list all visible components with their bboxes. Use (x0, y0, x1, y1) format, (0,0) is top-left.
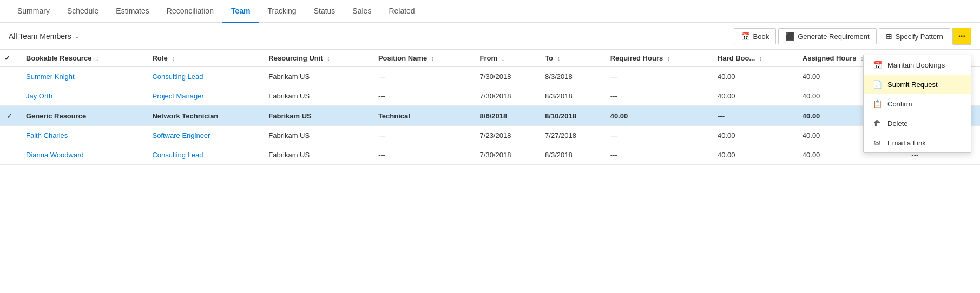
table-row: Jay OrthProject ManagerFabrikam US---7/3… (0, 86, 980, 106)
unit-cell: Fabrikam US (262, 106, 372, 126)
to-cell: 8/10/2018 (538, 106, 604, 126)
col-required-label: Required Hours (610, 54, 663, 62)
required-cell: 40.00 (604, 106, 711, 126)
row-checkbox[interactable] (0, 67, 19, 86)
dropdown-delete[interactable]: 🗑 Delete (864, 114, 971, 133)
col-to[interactable]: To ↕ (538, 50, 604, 67)
dropdown-maintain-bookings[interactable]: 📅 Maintain Bookings (864, 55, 971, 75)
position-cell: Technical (372, 106, 473, 126)
dropdown-submit-request[interactable]: 📄 Submit Request (864, 75, 971, 94)
dropdown-maintain-label: Maintain Bookings (887, 61, 945, 69)
col-to-label: To (545, 54, 553, 62)
col-position-name[interactable]: Position Name ↕ (372, 50, 473, 67)
table-row: ✓Generic ResourceNetwork TechnicianFabri… (0, 106, 980, 126)
resource-cell[interactable]: Dianna Woodward (19, 145, 146, 165)
hardboo-cell: 40.00 (711, 86, 796, 106)
dropdown-email-link[interactable]: ✉ Email a Link (864, 133, 971, 152)
to-cell: 8/3/2018 (538, 145, 604, 165)
tab-estimates[interactable]: Estimates (107, 0, 157, 23)
resource-cell[interactable]: Jay Orth (19, 86, 146, 106)
col-hardboo-label: Hard Boo... (718, 54, 755, 62)
hardboo-cell: 40.00 (711, 145, 796, 165)
dropdown-confirm-label: Confirm (887, 100, 912, 108)
tab-reconciliation[interactable]: Reconciliation (158, 0, 222, 23)
role-cell[interactable]: Consulting Lead (146, 145, 262, 165)
col-resourcing-unit[interactable]: Resourcing Unit ↕ (262, 50, 372, 67)
sort-icon-unit: ↕ (327, 55, 330, 62)
dropdown-menu: 📅 Maintain Bookings 📄 Submit Request 📋 C… (863, 55, 971, 153)
book-label: Book (753, 32, 769, 41)
to-cell: 8/3/2018 (538, 67, 604, 86)
position-cell: --- (372, 126, 473, 145)
generate-icon: ⬛ (785, 32, 794, 41)
sort-icon-role: ↕ (172, 55, 175, 62)
table-container: ✓ Bookable Resource ↕ Role ↕ Resourcing … (0, 50, 980, 165)
required-cell: --- (604, 126, 711, 145)
tab-status[interactable]: Status (305, 0, 344, 23)
table-row: Faith CharlesSoftware EngineerFabrikam U… (0, 126, 980, 145)
unit-cell: Fabrikam US (262, 145, 372, 165)
col-from[interactable]: From ↕ (473, 50, 539, 67)
resource-cell[interactable]: Generic Resource (19, 106, 146, 126)
document-icon: 📄 (872, 80, 882, 89)
calendar-icon: 📅 (872, 61, 882, 69)
specify-label: Specify Pattern (896, 32, 943, 41)
hardboo-cell: 40.00 (711, 126, 796, 145)
from-cell: 7/23/2018 (473, 126, 539, 145)
table-row: Dianna WoodwardConsulting LeadFabrikam U… (0, 145, 980, 165)
col-required-hours[interactable]: Required Hours ↕ (604, 50, 711, 67)
dropdown-confirm[interactable]: 📋 Confirm (864, 94, 971, 114)
checkbox-icon: ✓ (4, 54, 10, 62)
from-cell: 8/6/2018 (473, 106, 539, 126)
col-assigned-label: Assigned Hours (803, 54, 857, 62)
generate-requirement-button[interactable]: ⬛ Generate Requirement (778, 28, 876, 44)
book-button[interactable]: 📅 Book (734, 28, 777, 44)
specify-pattern-button[interactable]: ⊞ Specify Pattern (879, 28, 950, 44)
col-hard-boo[interactable]: Hard Boo... ↕ (711, 50, 796, 67)
position-cell: --- (372, 145, 473, 165)
tab-sales[interactable]: Sales (344, 0, 380, 23)
role-cell[interactable]: Project Manager (146, 86, 262, 106)
sort-icon-from: ↕ (502, 55, 505, 62)
email-icon: ✉ (872, 138, 882, 147)
role-cell: Network Technician (146, 106, 262, 126)
chevron-down-icon: ⌄ (75, 32, 80, 40)
nav-tabs: Summary Schedule Estimates Reconciliatio… (0, 0, 980, 23)
tab-team[interactable]: Team (222, 0, 259, 23)
row-checkbox[interactable] (0, 126, 19, 145)
col-position-label: Position Name (378, 54, 427, 62)
hardboo-cell: 40.00 (711, 67, 796, 86)
row-checkbox[interactable]: ✓ (0, 106, 19, 126)
sort-icon-resource: ↕ (96, 55, 99, 62)
more-options-button[interactable]: ··· (952, 28, 971, 45)
unit-cell: Fabrikam US (262, 126, 372, 145)
check-icon: ✓ (6, 111, 13, 120)
calendar-icon: 📅 (741, 32, 750, 41)
required-cell: --- (604, 67, 711, 86)
row-checkbox[interactable] (0, 86, 19, 106)
select-all-checkbox[interactable]: ✓ (0, 50, 19, 67)
unit-cell: Fabrikam US (262, 67, 372, 86)
position-cell: --- (372, 67, 473, 86)
col-bookable-resource[interactable]: Bookable Resource ↕ (19, 50, 146, 67)
role-cell[interactable]: Software Engineer (146, 126, 262, 145)
generate-label: Generate Requirement (798, 32, 869, 41)
col-role[interactable]: Role ↕ (146, 50, 262, 67)
tab-schedule[interactable]: Schedule (58, 0, 107, 23)
team-filter-dropdown[interactable]: All Team Members ⌄ (9, 32, 80, 41)
row-checkbox[interactable] (0, 145, 19, 165)
tab-tracking[interactable]: Tracking (259, 0, 305, 23)
to-cell: 8/3/2018 (538, 86, 604, 106)
sort-icon-required: ↕ (667, 55, 670, 62)
toolbar: All Team Members ⌄ 📅 Book ⬛ Generate Req… (0, 23, 980, 50)
tab-related[interactable]: Related (380, 0, 423, 23)
tab-summary[interactable]: Summary (9, 0, 58, 23)
resource-cell[interactable]: Faith Charles (19, 126, 146, 145)
table-row: Summer KnightConsulting LeadFabrikam US-… (0, 67, 980, 86)
team-table: ✓ Bookable Resource ↕ Role ↕ Resourcing … (0, 50, 980, 165)
delete-icon: 🗑 (872, 119, 882, 128)
resource-cell[interactable]: Summer Knight (19, 67, 146, 86)
table-body: Summer KnightConsulting LeadFabrikam US-… (0, 67, 980, 165)
sort-icon-hardboo: ↕ (759, 55, 762, 62)
role-cell[interactable]: Consulting Lead (146, 67, 262, 86)
